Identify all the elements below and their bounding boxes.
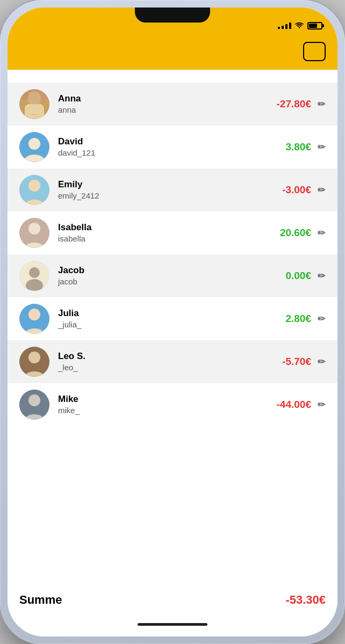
pdf-button[interactable] bbox=[303, 42, 326, 61]
member-username: isabella bbox=[58, 233, 263, 244]
member-avatar bbox=[19, 261, 49, 291]
member-row: David david_121 3.80€ ✏ bbox=[8, 126, 337, 169]
member-balance: 20.60€ bbox=[263, 227, 311, 239]
member-balance: -44.00€ bbox=[263, 399, 311, 411]
member-info: Mike mike_ bbox=[58, 393, 263, 416]
member-name: Isabella bbox=[58, 222, 263, 233]
member-balance: -27.80€ bbox=[263, 98, 311, 110]
member-username: _julia_ bbox=[58, 319, 263, 330]
home-indicator bbox=[8, 618, 337, 636]
member-balance: 0.00€ bbox=[263, 270, 311, 282]
svg-text:~~: ~~ bbox=[32, 112, 37, 117]
member-name: Leo S. bbox=[58, 350, 263, 362]
member-info: Leo S. _leo_ bbox=[58, 350, 263, 373]
edit-button[interactable]: ✏ bbox=[318, 227, 326, 239]
member-row: ~~ Anna anna -27.80€ ✏ bbox=[8, 83, 337, 126]
summe-row: Summe -53.30€ bbox=[8, 580, 337, 618]
member-name: David bbox=[58, 136, 263, 148]
member-row: Jacob jacob 0.00€ ✏ bbox=[8, 254, 337, 297]
edit-button[interactable]: ✏ bbox=[318, 184, 326, 196]
member-username: mike_ bbox=[58, 405, 263, 416]
edit-button[interactable]: ✏ bbox=[318, 270, 326, 282]
svg-point-3 bbox=[28, 91, 41, 106]
member-info: David david_121 bbox=[58, 136, 263, 158]
member-row: Leo S. _leo_ -5.70€ ✏ bbox=[8, 340, 337, 383]
member-avatar bbox=[19, 304, 49, 334]
member-avatar bbox=[19, 175, 49, 205]
edit-button[interactable]: ✏ bbox=[318, 356, 326, 368]
app-header bbox=[8, 36, 337, 70]
svg-point-28 bbox=[28, 309, 40, 320]
svg-point-15 bbox=[28, 180, 40, 192]
member-username: anna bbox=[58, 105, 263, 115]
member-avatar bbox=[19, 132, 49, 162]
member-info: Emily emily_2412 bbox=[58, 179, 263, 201]
member-name: Jacob bbox=[58, 265, 263, 276]
member-row: Julia _julia_ 2.80€ ✏ bbox=[8, 297, 337, 340]
status-icons bbox=[278, 22, 322, 30]
member-row: Isabella isabella 20.60€ ✏ bbox=[8, 211, 337, 254]
member-balance: -3.00€ bbox=[263, 184, 311, 196]
member-info: Anna anna bbox=[58, 93, 263, 115]
member-row: Mike mike_ -44.00€ ✏ bbox=[8, 383, 337, 426]
member-info: Julia _julia_ bbox=[58, 308, 263, 330]
home-bar bbox=[138, 623, 207, 626]
member-username: jacob bbox=[58, 276, 263, 287]
member-name: Mike bbox=[58, 393, 263, 405]
member-avatar: ~~ bbox=[19, 89, 49, 119]
summe-value: -53.30€ bbox=[285, 593, 326, 607]
member-info: Jacob jacob bbox=[58, 265, 263, 287]
member-avatar bbox=[19, 347, 49, 377]
edit-button[interactable]: ✏ bbox=[318, 98, 326, 110]
phone-screen: ~~ Anna anna -27.80€ ✏ bbox=[8, 8, 337, 636]
member-info: Isabella isabella bbox=[58, 222, 263, 244]
member-name: Emily bbox=[58, 179, 263, 191]
svg-point-22 bbox=[29, 267, 40, 278]
svg-point-20 bbox=[28, 223, 40, 235]
member-name: Anna bbox=[58, 93, 263, 105]
wifi-icon bbox=[294, 22, 304, 30]
notch bbox=[135, 8, 210, 23]
member-username: _leo_ bbox=[58, 362, 263, 373]
svg-point-38 bbox=[28, 394, 40, 406]
battery-icon bbox=[307, 22, 322, 30]
member-name: Julia bbox=[58, 308, 263, 319]
member-username: david_121 bbox=[58, 148, 263, 158]
member-balance: 3.80€ bbox=[263, 141, 311, 153]
member-username: emily_2412 bbox=[58, 191, 263, 201]
member-balance: -5.70€ bbox=[263, 356, 311, 368]
phone-frame: ~~ Anna anna -27.80€ ✏ bbox=[0, 0, 345, 644]
member-row: Emily emily_2412 -3.00€ ✏ bbox=[8, 169, 337, 211]
member-avatar bbox=[19, 218, 49, 248]
svg-point-33 bbox=[28, 352, 40, 363]
members-list: ~~ Anna anna -27.80€ ✏ bbox=[8, 83, 337, 580]
edit-button[interactable]: ✏ bbox=[318, 141, 326, 153]
member-avatar bbox=[19, 390, 49, 420]
summe-label: Summe bbox=[19, 593, 62, 607]
edit-button[interactable]: ✏ bbox=[318, 399, 326, 411]
svg-point-10 bbox=[28, 138, 40, 150]
member-balance: 2.80€ bbox=[263, 313, 311, 325]
edit-button[interactable]: ✏ bbox=[318, 313, 326, 325]
signal-icon bbox=[278, 23, 291, 29]
column-headers bbox=[8, 70, 337, 83]
